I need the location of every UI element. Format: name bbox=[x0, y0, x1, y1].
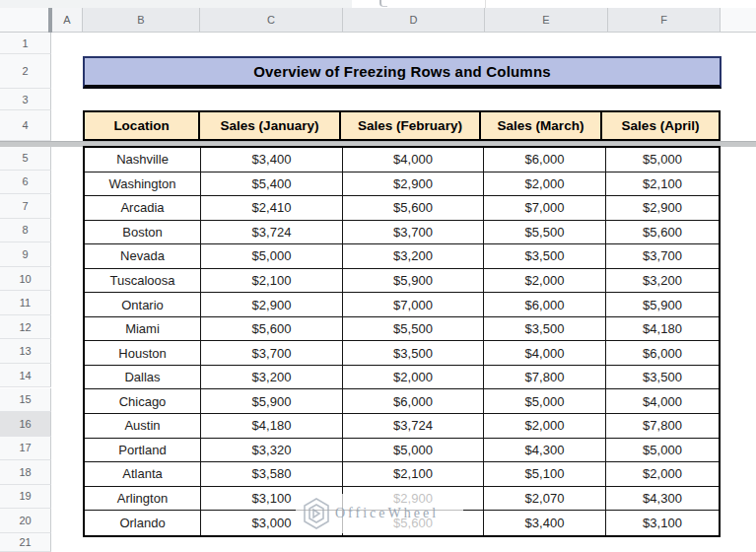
column-header-D[interactable]: D bbox=[343, 8, 485, 33]
row-header-21[interactable]: 21 bbox=[0, 533, 51, 552]
sales-cell[interactable]: $4,300 bbox=[606, 487, 719, 511]
sales-cell[interactable]: $3,200 bbox=[343, 244, 484, 268]
sales-cell[interactable]: $5,000 bbox=[343, 439, 484, 462]
location-cell[interactable]: Washington bbox=[85, 172, 201, 196]
row-header-4[interactable]: 4 bbox=[0, 110, 51, 141]
sales-cell[interactable]: $4,000 bbox=[343, 148, 484, 172]
sales-cell[interactable]: $3,320 bbox=[201, 439, 343, 462]
sales-cell[interactable]: $3,500 bbox=[484, 317, 606, 341]
sales-cell[interactable]: $3,100 bbox=[606, 511, 719, 535]
sales-cell[interactable]: $2,000 bbox=[484, 172, 606, 196]
sales-cell[interactable]: $4,000 bbox=[484, 341, 606, 365]
sales-cell[interactable]: $3,700 bbox=[343, 221, 484, 244]
sales-cell[interactable]: $6,000 bbox=[484, 148, 606, 172]
sales-cell[interactable]: $2,000 bbox=[484, 269, 606, 293]
row-header-1[interactable]: 1 bbox=[0, 33, 51, 54]
row-header-18[interactable]: 18 bbox=[0, 460, 51, 485]
sales-cell[interactable]: $3,400 bbox=[484, 511, 606, 535]
sales-cell[interactable]: $3,500 bbox=[484, 244, 606, 268]
row-header-3[interactable]: 3 bbox=[0, 89, 51, 110]
location-cell[interactable]: Arcadia bbox=[85, 196, 201, 220]
row-header-2[interactable]: 2 bbox=[0, 54, 51, 89]
title-merged-cell[interactable]: Overview of Freezing Rows and Columns bbox=[83, 56, 722, 89]
row-header-11[interactable]: 11 bbox=[0, 291, 51, 315]
table-header-cell[interactable]: Sales (April) bbox=[602, 112, 719, 139]
row-header-17[interactable]: 17 bbox=[0, 437, 51, 461]
select-all-corner[interactable] bbox=[0, 8, 51, 33]
sales-cell[interactable]: $2,900 bbox=[343, 487, 484, 511]
sales-cell[interactable]: $5,500 bbox=[484, 221, 606, 244]
sales-cell[interactable]: $5,100 bbox=[484, 462, 606, 486]
location-cell[interactable]: Tuscaloosa bbox=[85, 269, 201, 293]
location-cell[interactable]: Portland bbox=[85, 439, 201, 462]
sales-cell[interactable]: $3,500 bbox=[343, 341, 484, 365]
location-cell[interactable]: Boston bbox=[85, 221, 201, 244]
sales-cell[interactable]: $5,900 bbox=[201, 389, 343, 413]
table-header-cell[interactable]: Location bbox=[85, 112, 200, 139]
column-header-F[interactable]: F bbox=[608, 8, 721, 33]
sales-cell[interactable]: $3,724 bbox=[201, 221, 343, 244]
column-header-E[interactable]: E bbox=[485, 8, 608, 33]
sales-cell[interactable]: $7,000 bbox=[343, 293, 484, 316]
sales-cell[interactable]: $2,000 bbox=[606, 462, 719, 486]
sales-cell[interactable]: $3,200 bbox=[606, 269, 719, 293]
row-header-10[interactable]: 10 bbox=[0, 267, 51, 292]
column-header-B[interactable]: B bbox=[83, 8, 200, 33]
row-header-20[interactable]: 20 bbox=[0, 509, 51, 533]
sales-cell[interactable]: $5,600 bbox=[606, 221, 719, 244]
sales-cell[interactable]: $7,000 bbox=[484, 196, 606, 220]
sales-cell[interactable]: $5,600 bbox=[201, 317, 343, 341]
location-cell[interactable]: Ontario bbox=[85, 293, 201, 316]
table-header-cell[interactable]: Sales (February) bbox=[341, 112, 481, 139]
sales-cell[interactable]: $3,500 bbox=[606, 366, 719, 389]
row-header-15[interactable]: 15 bbox=[0, 388, 51, 413]
row-header-19[interactable]: 19 bbox=[0, 485, 51, 510]
sales-cell[interactable]: $3,100 bbox=[201, 487, 343, 511]
row-header-5[interactable]: 5 bbox=[0, 146, 51, 171]
row-header-14[interactable]: 14 bbox=[0, 364, 51, 388]
table-header-cell[interactable]: Sales (January) bbox=[200, 112, 341, 139]
sales-cell[interactable]: $5,900 bbox=[343, 269, 484, 293]
row-header-6[interactable]: 6 bbox=[0, 171, 51, 195]
sales-cell[interactable]: $3,724 bbox=[343, 414, 484, 438]
location-cell[interactable]: Orlando bbox=[85, 511, 201, 535]
sales-cell[interactable]: $5,600 bbox=[343, 511, 484, 535]
row-header-16[interactable]: 16 bbox=[0, 412, 51, 437]
sales-cell[interactable]: $4,300 bbox=[484, 439, 606, 462]
sales-cell[interactable]: $3,580 bbox=[201, 462, 343, 486]
sales-cell[interactable]: $2,070 bbox=[484, 487, 606, 511]
location-cell[interactable]: Nashville bbox=[85, 148, 201, 172]
sales-cell[interactable]: $2,100 bbox=[606, 172, 719, 196]
location-cell[interactable]: Miami bbox=[85, 317, 201, 341]
sales-cell[interactable]: $6,000 bbox=[484, 293, 606, 316]
sales-cell[interactable]: $6,000 bbox=[606, 341, 719, 365]
sales-cell[interactable]: $5,000 bbox=[606, 439, 719, 462]
sales-cell[interactable]: $3,200 bbox=[201, 366, 343, 389]
row-header-9[interactable]: 9 bbox=[0, 242, 51, 267]
sales-cell[interactable]: $2,100 bbox=[201, 269, 343, 293]
sales-cell[interactable]: $5,000 bbox=[606, 148, 719, 172]
row-header-12[interactable]: 12 bbox=[0, 315, 51, 340]
sales-cell[interactable]: $4,000 bbox=[606, 389, 719, 413]
sales-cell[interactable]: $2,000 bbox=[343, 366, 484, 389]
sales-cell[interactable]: $3,700 bbox=[606, 244, 719, 268]
sales-cell[interactable]: $5,600 bbox=[343, 196, 484, 220]
location-cell[interactable]: Nevada bbox=[85, 244, 201, 268]
sales-cell[interactable]: $3,400 bbox=[201, 148, 343, 172]
sales-cell[interactable]: $7,800 bbox=[606, 414, 719, 438]
location-cell[interactable]: Chicago bbox=[85, 389, 201, 413]
sales-cell[interactable]: $2,100 bbox=[343, 462, 484, 486]
sales-cell[interactable]: $5,900 bbox=[606, 293, 719, 316]
row-header-8[interactable]: 8 bbox=[0, 219, 51, 243]
sales-cell[interactable]: $5,500 bbox=[343, 317, 484, 341]
sales-cell[interactable]: $5,000 bbox=[484, 389, 606, 413]
sales-cell[interactable]: $3,700 bbox=[201, 341, 343, 365]
row-header-13[interactable]: 13 bbox=[0, 339, 51, 364]
location-cell[interactable]: Atlanta bbox=[85, 462, 201, 486]
sales-cell[interactable]: $2,000 bbox=[484, 414, 606, 438]
sales-cell[interactable]: $3,000 bbox=[201, 511, 343, 535]
location-cell[interactable]: Arlington bbox=[85, 487, 201, 511]
sales-cell[interactable]: $4,180 bbox=[606, 317, 719, 341]
location-cell[interactable]: Austin bbox=[85, 414, 201, 438]
sales-cell[interactable]: $4,180 bbox=[201, 414, 343, 438]
